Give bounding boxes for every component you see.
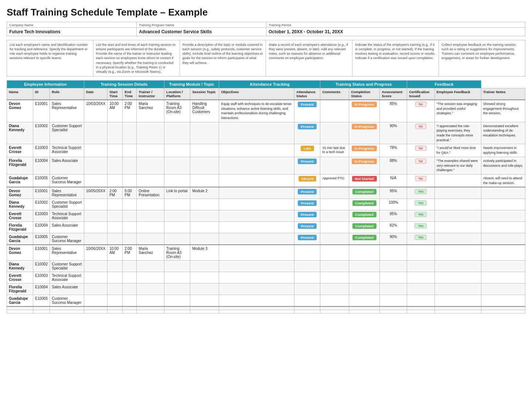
sec-attendance: Attendance Tracking [219,80,320,88]
assessment-score: 78% [390,146,397,150]
certification-value: Yes [415,223,427,228]
col-assessment: Assessment Score [380,88,407,100]
assessment-score: 90% [390,124,397,128]
trainer-notes-text: Demonstrated excellent understanding of … [483,124,518,137]
company-name-field: Company Name Future Tech Innovations [7,22,137,36]
location-value: Training Room A3 (On-site) [166,102,181,114]
table-row: Guadalupe GarciaE10005Customer Success M… [7,233,525,245]
employee-role: Customer Support Specialist [52,262,82,270]
certification-value: Yes [415,189,427,194]
table-row: Devon GomezE10001Sales Representative10/… [7,187,525,199]
instr-col-3: Provide a description of the topic or mo… [180,40,266,76]
employee-role: Sales Representative [52,247,76,255]
employee-id: E10002 [35,124,48,128]
employee-name: Florelia Fitzgerald [9,223,26,231]
instr-col-4: Make a record of each employee's attenda… [266,40,352,76]
attendance-badge: Present [298,200,317,206]
employee-id: E10005 [35,176,48,180]
employee-name: Florelia Fitzgerald [9,285,26,293]
attendance-badge: Late [301,146,314,151]
employee-role: Technical Support Associate [52,274,81,282]
table-row: Florelia FitzgeraldE10004Sales Associate… [7,157,525,174]
completion-badge: Completed [352,200,376,206]
employee-name: Devon Gomez [9,189,21,197]
end-time: 2:00 PM [125,102,132,110]
table-row: Diana KennedyE10002Customer Support Spec… [7,122,525,144]
sec-feedback: Feedback [407,80,481,88]
employee-name: Guadalupe Garcia [9,296,28,305]
attendance-badge: Present [298,212,317,217]
employee-role: Customer Support Specialist [52,200,82,208]
attendance-comments: 15 min late due to a tech issue [322,146,345,154]
employee-id: E10004 [35,285,48,289]
assessment-score: 82% [390,223,397,227]
trainer-notes-text: Needs improvement in applying listening … [483,146,518,155]
session-date: 10/05/20XX [86,189,105,193]
attendance-comments: Approved PTO [322,176,344,180]
employee-name: Devon Gomez [9,247,21,255]
session-date: 10/03/20XX [86,102,105,106]
employee-id: E10005 [35,296,48,301]
col-attendance-status: Attendance Status [294,88,320,100]
end-time: 2:00 PM [125,247,132,255]
trainer-name: Maria Sanchez [139,102,153,110]
table-row: Guadalupe GarciaE10005Customer Success M… [7,174,525,187]
start-time: 10:00 AM [109,247,119,255]
table-row: Florelia FitzgeraldE10004Sales Associate… [7,222,525,233]
attendance-badge: Present [298,235,317,240]
table-row: Guadalupe GarciaE10005Customer Success M… [7,295,525,307]
employee-role: Customer Support Specialist [52,124,82,132]
completion-badge: In Progress [352,159,377,164]
header-fields: Company Name Future Tech Innovations Tra… [7,22,525,36]
instr-col-2: List the start and end times of each tra… [93,40,180,76]
training-program-field: Training Program Name Advanced Customer … [137,22,266,36]
col-name: Name [7,88,33,100]
employee-id: E10005 [35,235,48,239]
instr-col-6: Collect employee feedback on the trainin… [439,40,525,76]
employee-name: Diana Kennedy [9,124,24,132]
employee-name: Everett Crosse [9,274,21,282]
completion-badge: In Progress [352,124,377,129]
trainer-notes-text: Absent, will need to attend the make-up … [483,176,522,185]
employee-id: E10001 [35,189,48,193]
certification-value: Yes [415,235,427,240]
sec-training-module: Training Module / Topic [164,80,219,88]
completion-badge: Completed [352,235,376,240]
col-trainer: Trainer / Instructor [137,88,164,100]
col-date: Date [84,88,107,100]
page-title: Staff Training Schedule Template – Examp… [7,7,525,18]
assessment-score: 95% [390,189,397,193]
table-row: Everett CrosseE10003Technical Support As… [7,210,525,222]
employee-role: Sales Associate [52,285,78,289]
employee-role: Customer Success Manager [52,176,81,184]
trainer-notes-text: Showed strong engagement throughout the … [483,102,519,115]
col-location: Location / Platform [164,88,190,100]
col-starttime: Start Time [108,88,123,100]
session-date: 10/06/20XX [86,247,105,251]
attendance-badge: Present [298,102,317,107]
employee-feedback-text: "The examples shared were very relevant … [437,159,478,172]
instructions-panel: List each employee's name and identifica… [7,40,525,77]
assessment-score: N/A [390,176,396,180]
employee-id: E10003 [35,146,48,150]
completion-badge: Completed [352,212,376,217]
col-objectives: Objectives [219,88,294,100]
instr-col-1: List each employee's name and identifica… [7,40,93,76]
sec-employee-info: Employee Information [7,80,84,88]
employee-role: Sales Representative [52,102,76,110]
col-completion: Completion Status [349,88,380,100]
employee-role: Sales Representative [52,189,76,197]
table-row: Diana KennedyE10002Customer Support Spec… [7,261,525,272]
employee-role: Sales Associate [52,223,78,227]
employee-role: Technical Support Associate [52,212,81,220]
employee-role: Customer Success Manager [52,235,81,243]
employee-id: E10003 [35,212,48,216]
assessment-score: 90% [390,235,397,239]
employee-role: Customer Success Manager [52,296,81,305]
assessment-score: 85% [390,102,397,106]
training-program-value: Advanced Customer Service Skills [137,28,266,36]
table-row: Devon GomezE10001Sales Representative10/… [7,100,525,122]
col-comments: Comments [320,88,349,100]
trainer-name: Maria Sanchez [139,247,153,255]
training-period-field: Training Period October 1, 20XX - Octobe… [266,22,525,36]
